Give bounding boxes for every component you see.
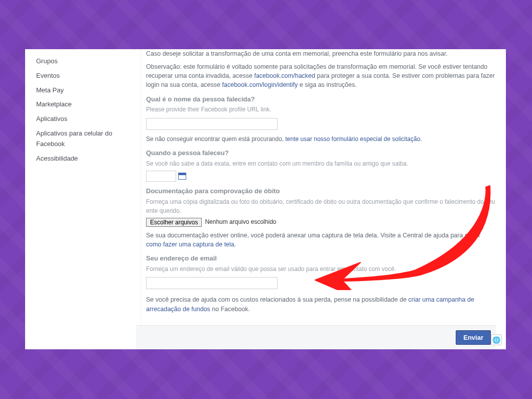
not-found-line: Se não conseguir encontrar quem está pro… bbox=[146, 135, 496, 144]
not-found-suffix: . bbox=[420, 136, 422, 143]
sidebar: Grupos Eventos Meta Pay Marketplace Apli… bbox=[25, 49, 141, 349]
fund-suffix: no Facebook. bbox=[210, 306, 250, 313]
sidebar-item-eventos[interactable]: Eventos bbox=[36, 69, 132, 83]
death-date-input[interactable] bbox=[146, 171, 176, 182]
file-status-text: Nenhum arquivo escolhido bbox=[205, 218, 276, 226]
deceased-name-input[interactable] bbox=[146, 118, 278, 130]
choose-files-button[interactable]: Escolher arquivos bbox=[146, 218, 202, 227]
email-input[interactable] bbox=[146, 277, 278, 289]
fundraiser-note: Se você precisa de ajuda com os custos r… bbox=[146, 295, 496, 313]
doc-online-suffix: . bbox=[234, 241, 236, 248]
login-identify-link[interactable]: facebook.com/login/identify bbox=[222, 81, 298, 88]
language-globe-button[interactable]: 🌐 bbox=[491, 334, 502, 345]
sidebar-item-aplicativos[interactable]: Aplicativos bbox=[36, 112, 132, 126]
file-upload-row: Escolher arquivos Nenhum arquivo escolhi… bbox=[146, 218, 496, 227]
question-email-title: Seu endereço de email bbox=[146, 254, 496, 263]
sidebar-item-grupos[interactable]: Grupos bbox=[36, 54, 132, 69]
memorial-request-form: Caso deseje solicitar a transformação de… bbox=[146, 49, 496, 314]
question-doc-sub: Forneça uma cópia digitalizada ou foto d… bbox=[146, 198, 496, 215]
fund-prefix: Se você precisa de ajuda com os custos r… bbox=[146, 296, 409, 303]
globe-icon: 🌐 bbox=[492, 336, 500, 344]
sidebar-item-meta-pay[interactable]: Meta Pay bbox=[36, 83, 132, 98]
question-doc-title: Documentação para comprovação de óbito bbox=[146, 187, 496, 196]
form-scroll-area: Caso deseje solicitar a transformação de… bbox=[146, 49, 496, 325]
send-button[interactable]: Enviar bbox=[456, 330, 491, 345]
observation-suffix: e siga as instruções. bbox=[300, 81, 357, 88]
question-name-title: Qual é o nome da pessoa falecida? bbox=[146, 95, 496, 104]
doc-online-note: Se sua documentação estiver online, você… bbox=[146, 231, 496, 249]
not-found-prefix: Se não conseguir encontrar quem está pro… bbox=[146, 136, 286, 143]
sidebar-item-marketplace[interactable]: Marketplace bbox=[36, 97, 132, 112]
doc-online-prefix: Se sua documentação estiver online, você… bbox=[146, 232, 480, 239]
question-when-title: Quando a pessoa faleceu? bbox=[146, 149, 496, 158]
calendar-icon[interactable] bbox=[178, 173, 186, 180]
question-email-sub: Forneça um endereço de email válido que … bbox=[146, 265, 496, 274]
special-request-link[interactable]: tente usar nosso formulário especial de … bbox=[286, 136, 421, 143]
screenshot-help-link[interactable]: como fazer uma captura de tela bbox=[146, 241, 234, 248]
question-when-sub: Se você não sabe a data exata, entre em … bbox=[146, 160, 496, 168]
sidebar-item-apps-celular[interactable]: Aplicativos para celular do Facebook bbox=[36, 126, 132, 152]
question-name-sub: Please provide their Facebook profile UR… bbox=[146, 105, 496, 114]
hacked-link[interactable]: facebook.com/hacked bbox=[254, 72, 315, 79]
main-content: Caso deseje solicitar a transformação de… bbox=[141, 49, 506, 349]
intro-text: Caso deseje solicitar a transformação de… bbox=[146, 49, 496, 58]
sidebar-item-acessibilidade[interactable]: Acessibilidade bbox=[36, 152, 132, 166]
form-footer: Enviar bbox=[136, 325, 496, 349]
observation-text: Observação: este formulário é voltado so… bbox=[146, 62, 496, 89]
app-window: Grupos Eventos Meta Pay Marketplace Apli… bbox=[25, 49, 506, 349]
death-date-field bbox=[146, 171, 496, 182]
